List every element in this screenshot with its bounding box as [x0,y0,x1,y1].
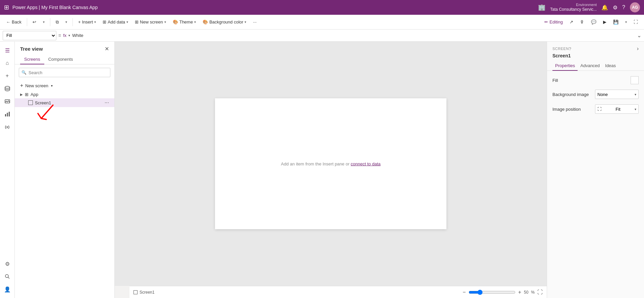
feedback-button[interactable]: 🎙 [577,18,587,26]
zoom-minus-button[interactable]: − [463,289,466,295]
comment-button[interactable]: 💬 [588,18,599,26]
formulabar: Fill = fx ▾ ⌄ [0,30,644,42]
bottom-screen-label: Screen1 [133,290,155,295]
svg-rect-4 [9,112,10,116]
avatar[interactable]: AG [630,2,640,12]
props-collapse-icon[interactable]: › [637,46,639,52]
copy-dropdown[interactable]: ▾ [63,19,70,25]
main-layout: ☰ ⌂ + (x) ⚙ 👤 Tree view ✕ Screens Compon… [0,42,644,298]
chevron-down-icon: ▾ [635,93,636,96]
insert-button[interactable]: + Insert ▾ [75,18,99,26]
sep1 [27,18,27,26]
tab-advanced[interactable]: Advanced [578,61,602,71]
play-button[interactable]: ▶ [600,18,609,26]
tree-header: Tree view ✕ [15,42,114,55]
settings-icon[interactable]: ⚙ [613,4,618,11]
bg-image-select[interactable]: None ▾ [595,90,639,99]
chevron-down-icon: ▾ [68,34,70,37]
tree-close-icon[interactable]: ✕ [105,46,109,52]
variables-nav-icon[interactable]: (x) [1,121,13,133]
user-nav-icon[interactable]: 👤 [1,283,13,295]
home-nav-icon[interactable]: ⌂ [1,57,13,69]
share-button[interactable]: ↗ [567,18,576,26]
props-body: Fill Background image None ▾ Image posit… [547,71,644,119]
svg-point-5 [5,275,8,278]
undo-dropdown[interactable]: ▾ [40,19,47,25]
notification-icon[interactable]: 🔔 [601,4,608,11]
analytics-nav-icon[interactable] [1,108,13,120]
more-icon[interactable]: ··· [105,100,109,106]
new-screen-caret-icon: ▾ [51,84,53,88]
fullscreen-button[interactable]: ⛶ [631,18,641,26]
zoom-slider[interactable] [469,290,516,295]
copy-button[interactable]: ⧉ [53,18,61,26]
help-icon[interactable]: ? [622,4,625,10]
tree-title: Tree view [20,46,43,52]
new-screen-icon: ⊞ [135,19,139,24]
theme-button[interactable]: 🎨 Theme ▾ [170,18,199,26]
treeview-nav-icon[interactable]: ☰ [1,44,13,56]
props-panel: SCREEN ? › Screen1 Properties Advanced I… [547,42,644,298]
undo-icon: ↩ [33,19,36,24]
image-position-icon: ⛶ [597,107,601,111]
tab-properties[interactable]: Properties [552,61,578,71]
image-position-row: Image position ⛶ Fit ▾ [552,104,639,114]
save-button[interactable]: 💾 [610,18,621,26]
plus-icon: + [20,83,23,89]
tree-item-app[interactable]: ▶ ⊞ App [15,91,114,98]
media-nav-icon[interactable] [1,95,13,107]
equals-sign: = [58,33,61,38]
toolbar-right: ✏ Editing ↗ 🎙 💬 ▶ 💾 ▾ ⛶ [542,18,641,26]
new-screen-btn[interactable]: + New screen ▾ [15,81,114,91]
svg-point-0 [5,86,10,88]
more-button[interactable]: ··· [250,18,259,26]
edit-icon: ✏ [544,19,548,24]
tab-ideas[interactable]: Ideas [602,61,619,71]
add-data-icon: ⊞ [103,19,106,24]
new-screen-button[interactable]: ⊞ New screen ▾ [132,18,169,26]
formula-input[interactable] [72,31,635,40]
back-button[interactable]: ← Back [3,18,24,26]
grid-icon[interactable]: ⊞ [4,4,9,11]
canvas-screen[interactable]: Add an item from the Insert pane or conn… [215,98,446,229]
fullscreen-icon: ⛶ [634,19,638,24]
editing-button[interactable]: ✏ Editing [542,18,566,26]
zoom-plus-button[interactable]: + [518,289,521,295]
fill-row: Fill [552,76,639,84]
canvas-area: Add an item from the Insert pane or conn… [115,42,547,286]
undo-button[interactable]: ↩ [30,18,39,26]
save-dropdown[interactable]: ▾ [623,19,630,25]
bg-image-label: Background image [552,92,589,97]
canvas-placeholder: Add an item from the Insert pane or conn… [281,161,380,166]
expand-icon: ▶ [20,93,23,96]
tree-search: 🔍 [19,68,110,77]
fill-value [631,76,639,84]
canvas-wrapper: Add an item from the Insert pane or conn… [115,42,547,298]
help-icon[interactable]: ? [569,46,571,51]
property-selector[interactable]: Fill [3,31,56,40]
fx-label: fx [63,33,66,38]
zoom-unit: % [531,290,535,295]
search-input[interactable] [19,68,110,77]
bg-color-icon: 🎨 [203,19,208,24]
tab-components[interactable]: Components [44,55,77,64]
fill-color-swatch[interactable] [631,76,639,84]
insert-nav-icon[interactable]: + [1,70,13,82]
tab-screens[interactable]: Screens [20,55,44,64]
settings-nav-icon[interactable]: ⚙ [1,258,13,270]
share-icon: ↗ [570,19,573,24]
tree-item-screen1[interactable]: Screen1 ··· [15,98,114,107]
search-nav-icon[interactable] [1,270,13,283]
theme-icon: 🎨 [173,19,178,24]
app-grid-icon: ⊞ [25,92,29,97]
zoom-value: 50 [524,290,528,295]
tree-panel: Tree view ✕ Screens Components 🔍 + New s… [15,42,115,298]
fullscreen-bottom-icon[interactable]: ⛶ [537,289,543,295]
expand-icon[interactable]: ⌄ [637,32,641,39]
image-position-label: Image position [552,107,581,112]
image-position-select[interactable]: ⛶ Fit ▾ [595,104,639,114]
add-data-button[interactable]: ⊞ Add data ▾ [100,18,131,26]
connect-to-data-link[interactable]: connect to data [351,161,381,166]
bg-color-button[interactable]: 🎨 Background color ▾ [200,18,249,26]
data-nav-icon[interactable] [1,83,13,95]
